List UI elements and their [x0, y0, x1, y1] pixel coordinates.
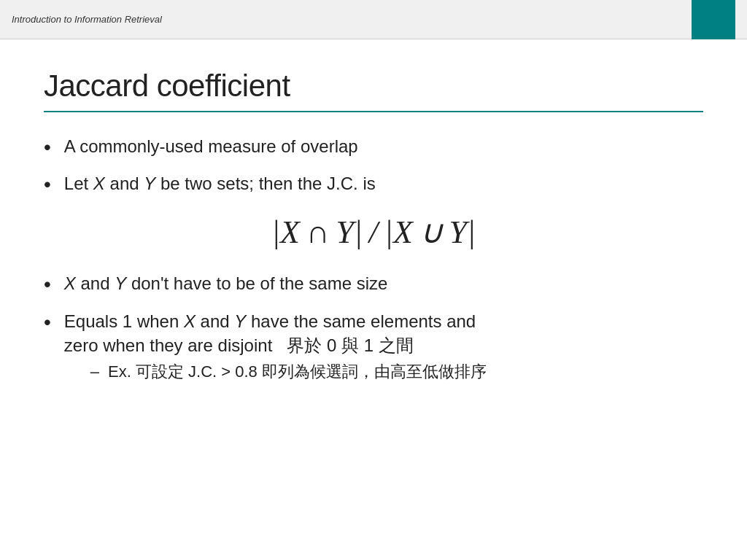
header: Introduction to Information Retrieval	[0, 0, 747, 39]
bullet-item-1: A commonly-used measure of overlap	[44, 134, 703, 161]
jaccard-formula: |X ∩ Y| / |X ∪ Y|	[271, 213, 476, 251]
var-y-1: Y	[144, 174, 155, 193]
bullet-list-top: A commonly-used measure of overlap Let X…	[44, 134, 703, 198]
var-x-2: X	[64, 273, 76, 293]
var-y-3: Y	[234, 311, 246, 331]
bullet-text-3: X and Y don't have to be of the same siz…	[64, 271, 388, 296]
bullet-4-line2: zero when they are disjoint 界於 0 與 1 之間	[64, 333, 487, 358]
title-underline	[44, 111, 703, 112]
slide-title: Jaccard coefficient	[44, 69, 703, 104]
bullet-4-content: Equals 1 when X and Y have the same elem…	[64, 309, 487, 384]
bullet-item-4: Equals 1 when X and Y have the same elem…	[44, 309, 703, 384]
header-accent-bar	[692, 0, 735, 39]
formula-container: |X ∩ Y| / |X ∪ Y|	[44, 213, 703, 251]
sub-bullet-item-1: Ex. 可設定 J.C. > 0.8 即列為候選詞，由高至低做排序	[90, 361, 487, 384]
bullet-text-2: Let X and Y be two sets; then the J.C. i…	[64, 171, 376, 196]
bullet-text-1: A commonly-used measure of overlap	[64, 134, 358, 159]
sub-bullet-list: Ex. 可設定 J.C. > 0.8 即列為候選詞，由高至低做排序	[90, 361, 487, 384]
slide-content: Jaccard coefficient A commonly-used meas…	[0, 39, 747, 416]
bullet-item-2: Let X and Y be two sets; then the J.C. i…	[44, 171, 703, 198]
header-title: Introduction to Information Retrieval	[12, 14, 692, 25]
var-y-2: Y	[115, 273, 126, 293]
var-x-1: X	[93, 174, 105, 193]
bullet-item-3: X and Y don't have to be of the same siz…	[44, 271, 703, 298]
var-x-3: X	[184, 311, 196, 331]
bullet-4-line1: Equals 1 when X and Y have the same elem…	[64, 309, 487, 334]
sub-bullet-text: Ex. 可設定 J.C. > 0.8 即列為候選詞，由高至低做排序	[108, 361, 487, 384]
bullet-list-bottom: X and Y don't have to be of the same siz…	[44, 271, 703, 383]
